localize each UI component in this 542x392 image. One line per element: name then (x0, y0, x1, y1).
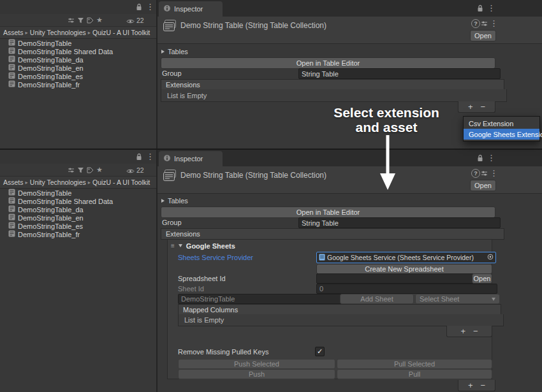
remove-missing-pulled-keys-checkbox[interactable]: ✓ (315, 347, 325, 356)
breadcrumb-assets[interactable]: Assets (3, 178, 24, 186)
list-item[interactable]: DemoStringTable_fr (0, 80, 156, 89)
list-item[interactable]: DemoStringTable_en (0, 64, 156, 72)
list-item[interactable]: DemoStringTable Shared Data (0, 197, 156, 205)
help-glyph: ? (474, 20, 478, 27)
lock-icon[interactable] (136, 153, 142, 162)
list-item[interactable]: DemoStringTable_es (0, 72, 156, 80)
asset-name: DemoStringTable_es (18, 73, 83, 80)
hidden-packages-eye-icon[interactable] (126, 168, 135, 175)
favorites-star-icon[interactable]: ★ (96, 17, 103, 24)
drag-handle-icon[interactable]: ≡ (171, 243, 175, 249)
sliders-icon[interactable] (68, 167, 75, 175)
annotation-line-1: Select extension (281, 105, 492, 120)
presets-icon[interactable] (481, 170, 488, 178)
asset-name: DemoStringTable Shared Data (18, 198, 113, 205)
remove-column-button[interactable]: − (473, 327, 478, 335)
kebab-menu-icon[interactable]: ⋮ (146, 3, 154, 11)
filter-by-label-icon[interactable] (87, 17, 94, 25)
presets-icon[interactable] (481, 20, 488, 28)
extensions-header: Extensions (161, 228, 504, 240)
list-item[interactable]: DemoStringTable_es (0, 222, 156, 230)
add-column-button[interactable]: + (460, 327, 465, 335)
string-table-asset-icon (8, 47, 15, 55)
group-field[interactable]: String Table (298, 68, 501, 79)
asset-name: DemoStringTable_es (18, 222, 83, 230)
tab-inspector[interactable]: Inspector (159, 1, 223, 17)
sheets-service-asset-icon (319, 254, 325, 262)
open-button[interactable]: Open (470, 30, 496, 41)
annotation-line-2: and asset (281, 120, 492, 134)
breadcrumb-unity-technologies[interactable]: Unity Technologies (30, 178, 86, 186)
sheet-name-field: DemoStringTable (178, 294, 344, 304)
list-item[interactable]: DemoStringTable_en (0, 214, 156, 222)
filter-by-type-icon[interactable] (77, 167, 84, 175)
favorites-star-icon[interactable]: ★ (96, 166, 103, 173)
kebab-menu-icon[interactable]: ⋮ (487, 154, 495, 162)
breadcrumb-current-folder[interactable]: QuizU - A UI Toolkit (92, 178, 150, 186)
kebab-menu-icon[interactable]: ⋮ (490, 169, 498, 177)
project-panel-top: ⋮ ★ 22 Assets ▸ Unity Technologies ▸ Qui… (0, 0, 156, 149)
foldout-triangle-icon (161, 50, 165, 54)
asset-name: DemoStringTable (18, 40, 71, 47)
mapped-columns-label: Mapped Columns (183, 306, 238, 314)
help-icon[interactable]: ? (471, 19, 480, 28)
tab-label: Inspector (174, 5, 203, 13)
string-table-asset-icon (8, 230, 15, 238)
remove-extension-button[interactable]: − (481, 381, 486, 389)
sheets-service-provider-label[interactable]: Sheets Service Provider (178, 254, 253, 261)
hidden-packages-eye-icon[interactable] (126, 18, 135, 25)
group-value: String Table (302, 219, 339, 227)
spreadsheet-open-button[interactable]: Open (472, 273, 492, 284)
list-item[interactable]: DemoStringTable_da (0, 55, 156, 64)
sheet-id-field: 0 (316, 284, 497, 294)
lock-icon[interactable] (136, 3, 142, 12)
string-table-asset-icon (8, 80, 15, 89)
object-field-value: Google Sheets Service (Sheets Service Pr… (327, 254, 485, 261)
annotation-text: Select extension and asset (281, 105, 492, 134)
tables-foldout[interactable]: Tables (161, 47, 188, 56)
list-item[interactable]: DemoStringTable Shared Data (0, 47, 156, 55)
sheet-name-value: DemoStringTable (181, 295, 235, 303)
tables-foldout[interactable]: Tables (161, 196, 188, 205)
select-sheet-label: Select Sheet (420, 296, 459, 303)
filter-by-label-icon[interactable] (87, 167, 94, 175)
kebab-menu-icon[interactable]: ⋮ (490, 19, 498, 27)
tab-bar: Inspector ⋮ (157, 0, 542, 17)
asset-name: DemoStringTable_da (18, 56, 84, 64)
list-item[interactable]: DemoStringTable (0, 39, 156, 47)
inspector-title: Demo String Table (String Table Collecti… (180, 21, 326, 30)
menu-item-csv-extension[interactable]: Csv Extension (464, 118, 539, 129)
breadcrumb-unity-technologies[interactable]: Unity Technologies (30, 29, 86, 36)
add-extension-button[interactable]: + (468, 381, 473, 389)
extension-dropdown-menu: Csv Extension Google Sheets Extension (463, 116, 540, 142)
kebab-menu-icon[interactable]: ⋮ (146, 152, 154, 161)
object-picker-icon[interactable] (487, 254, 494, 261)
lock-icon[interactable] (477, 4, 483, 13)
list-item[interactable]: DemoStringTable_fr (0, 230, 156, 238)
group-field[interactable]: String Table (298, 217, 501, 228)
list-item[interactable]: DemoStringTable (0, 189, 156, 197)
sliders-icon[interactable] (68, 17, 75, 25)
inspector-title: Demo String Table (String Table Collecti… (180, 171, 326, 180)
kebab-menu-icon[interactable]: ⋮ (487, 4, 495, 12)
annotation-arrow-icon (375, 134, 400, 192)
open-in-table-editor-button[interactable]: Open in Table Editor (161, 207, 495, 218)
menu-item-google-sheets-extension[interactable]: Google Sheets Extension (464, 129, 539, 140)
breadcrumb-assets[interactable]: Assets (3, 29, 24, 36)
string-table-asset-icon (8, 72, 15, 80)
extension-header[interactable]: ≡ Google Sheets (171, 241, 235, 250)
open-in-table-editor-button[interactable]: Open in Table Editor (161, 57, 495, 69)
extensions-header-label: Extensions (166, 81, 200, 89)
sheets-service-provider-field[interactable]: Google Sheets Service (Sheets Service Pr… (316, 252, 496, 263)
list-item[interactable]: DemoStringTable_da (0, 205, 156, 214)
breadcrumb-separator-icon: ▸ (26, 29, 28, 36)
open-button[interactable]: Open (470, 180, 496, 191)
breadcrumb-current-folder[interactable]: QuizU - A UI Toolkit (92, 29, 150, 36)
lock-icon[interactable] (477, 154, 483, 163)
filter-by-type-icon[interactable] (77, 17, 84, 25)
spreadsheet-id-field[interactable] (316, 273, 476, 284)
help-icon[interactable]: ? (471, 169, 480, 178)
tab-inspector[interactable]: Inspector (159, 151, 223, 166)
extensions-list-footer: + − (458, 380, 495, 391)
create-new-spreadsheet-button[interactable]: Create New Spreadsheet (316, 264, 492, 274)
